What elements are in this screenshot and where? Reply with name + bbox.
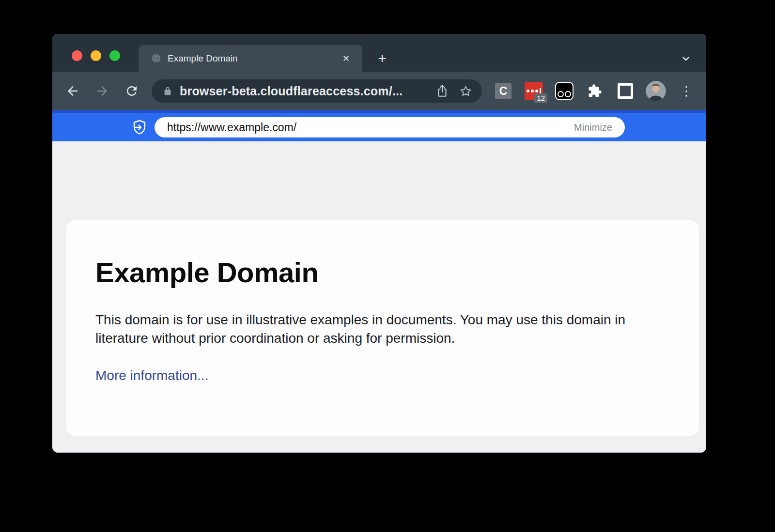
- extensions-row: C 12: [493, 80, 697, 102]
- browser-menu-icon[interactable]: ⋮: [676, 80, 697, 102]
- extensions-puzzle-icon[interactable]: [584, 80, 605, 102]
- more-information-link[interactable]: More information...: [95, 368, 208, 383]
- tab-strip: Example Domain ✕ +: [52, 34, 706, 72]
- tab-title: Example Domain: [168, 53, 341, 64]
- reload-icon[interactable]: [121, 80, 142, 102]
- shield-arrow-icon: [133, 120, 146, 135]
- minimize-window-button[interactable]: [91, 50, 101, 61]
- isolation-url-bar: Minimize: [52, 110, 706, 141]
- forward-icon[interactable]: [92, 80, 113, 102]
- page-viewport: Example Domain This domain is for use in…: [52, 141, 706, 453]
- isolated-url-input[interactable]: [167, 121, 572, 134]
- globe-favicon-icon: [151, 53, 161, 63]
- example-domain-card: Example Domain This domain is for use in…: [66, 220, 699, 436]
- tab-close-icon[interactable]: ✕: [341, 51, 352, 66]
- side-panel-icon[interactable]: [615, 80, 636, 102]
- new-tab-button[interactable]: +: [373, 49, 391, 68]
- minimize-button[interactable]: Minimize: [572, 122, 614, 133]
- zoom-window-button[interactable]: [109, 50, 120, 61]
- browser-window: Example Domain ✕ + browser-beta.cloudfla…: [52, 34, 706, 453]
- address-bar-url[interactable]: browser-beta.cloudflareaccess.com/...: [180, 84, 425, 98]
- profile-avatar[interactable]: [645, 80, 666, 102]
- page-paragraph: This domain is for use in illustrative e…: [95, 311, 655, 348]
- extension-c-icon[interactable]: C: [493, 80, 514, 102]
- tab-example-domain[interactable]: Example Domain ✕: [139, 45, 362, 72]
- share-icon[interactable]: [436, 84, 449, 98]
- isolated-address-field[interactable]: Minimize: [155, 117, 625, 137]
- extension-lastpass-icon[interactable]: 12: [523, 80, 544, 102]
- address-bar[interactable]: browser-beta.cloudflareaccess.com/...: [152, 79, 482, 103]
- extension-badge-count: 12: [534, 93, 547, 103]
- tab-search-chevron-icon[interactable]: [677, 50, 695, 67]
- bookmark-star-icon[interactable]: [459, 85, 472, 98]
- close-window-button[interactable]: [72, 50, 82, 61]
- browser-toolbar: browser-beta.cloudflareaccess.com/... C …: [52, 72, 706, 110]
- lock-icon[interactable]: [162, 86, 173, 96]
- extension-binoculars-icon[interactable]: [554, 80, 575, 102]
- window-controls: [72, 50, 120, 61]
- back-icon[interactable]: [62, 80, 83, 102]
- page-title: Example Domain: [95, 256, 655, 289]
